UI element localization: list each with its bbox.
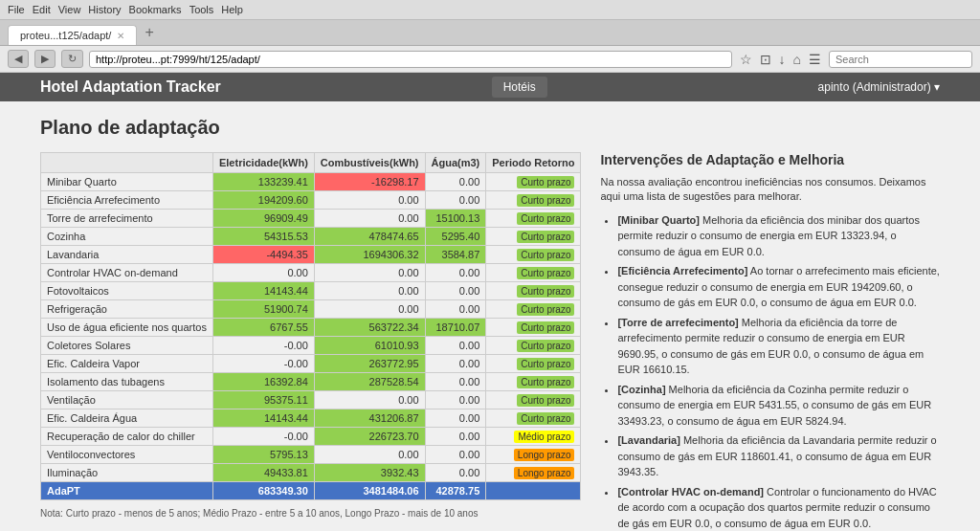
row-name: Ventiloconvectores xyxy=(41,446,213,464)
row-name: Controlar HVAC on-demand xyxy=(41,264,213,282)
row-elec: 5795.13 xyxy=(212,446,314,464)
browser-toolbar: ◀ ▶ ↻ ☆ ⊡ ↓ ⌂ ☰ xyxy=(0,46,980,73)
star-icon[interactable]: ☆ xyxy=(738,52,754,67)
row-elec: 6767.55 xyxy=(212,319,314,337)
row-periodo: Curto prazo xyxy=(486,191,581,210)
row-elec: 51900.74 xyxy=(212,300,314,319)
row-elec: 194209.60 xyxy=(212,191,314,210)
left-column: Eletricidade(kWh) Combustíveis(kWh) Água… xyxy=(40,152,581,531)
row-agua: 0.00 xyxy=(425,409,486,428)
row-comb: 431206.87 xyxy=(314,409,425,428)
col-agua: Água(m3) xyxy=(425,153,486,173)
tab-title: proteu...t125/adapt/ xyxy=(20,30,111,41)
browser-menu-help[interactable]: Help xyxy=(221,4,243,15)
row-periodo: Médio prazo xyxy=(486,428,581,446)
row-name: Recuperação de calor do chiller xyxy=(41,428,213,446)
row-elec: -4494.35 xyxy=(212,246,314,264)
bookmark-icon[interactable]: ⊡ xyxy=(758,52,773,67)
row-elec: 96909.49 xyxy=(212,210,314,228)
row-periodo: Curto prazo xyxy=(486,246,581,264)
row-periodo: Curto prazo xyxy=(486,264,581,282)
table-row: Fotovoltaicos14143.440.000.00Curto prazo xyxy=(41,282,581,300)
home-icon[interactable]: ⌂ xyxy=(791,52,803,67)
search-input[interactable] xyxy=(829,51,972,68)
row-agua: 0.00 xyxy=(425,300,486,319)
row-elec: -0.00 xyxy=(212,428,314,446)
reload-button[interactable]: ↻ xyxy=(61,50,83,68)
forward-button[interactable]: ▶ xyxy=(34,50,56,68)
browser-menu-edit[interactable]: Edit xyxy=(33,4,51,15)
row-elec: 54315.53 xyxy=(212,228,314,246)
browser-menu-file[interactable]: File xyxy=(8,4,25,15)
nav-links: Hotéis xyxy=(492,77,547,98)
table-nota: Nota: Curto prazo - menos de 5 anos; Méd… xyxy=(40,508,581,519)
row-elec: -0.00 xyxy=(212,355,314,373)
row-elec: 133239.41 xyxy=(212,173,314,191)
table-row: Cozinha54315.53478474.655295.40Curto pra… xyxy=(41,228,581,246)
table-row: Torre de arrefecimento96909.490.0015100.… xyxy=(41,210,581,228)
row-comb: 478474.65 xyxy=(314,228,425,246)
row-elec: -0.00 xyxy=(212,337,314,355)
row-agua: 0.00 xyxy=(425,264,486,282)
nav-hotels[interactable]: Hotéis xyxy=(492,77,547,98)
col-name xyxy=(41,153,213,173)
browser-menu-tools[interactable]: Tools xyxy=(189,4,214,15)
row-name: Eficiência Arrefecimento xyxy=(41,191,213,210)
browser-menu-history[interactable]: History xyxy=(88,4,121,15)
row-elec: 16392.84 xyxy=(212,373,314,391)
browser-menu-view[interactable]: View xyxy=(58,4,81,15)
row-agua: 0.00 xyxy=(425,373,486,391)
list-item: [Lavandaria] Melhoria da eficiência da L… xyxy=(617,432,940,480)
row-comb: 3932.43 xyxy=(314,464,425,482)
browser-tab[interactable]: proteu...t125/adapt/ ✕ xyxy=(8,25,137,45)
total-periodo xyxy=(486,482,581,500)
table-row: Eficiência Arrefecimento194209.600.000.0… xyxy=(41,191,581,210)
settings-icon[interactable]: ☰ xyxy=(807,52,823,67)
table-row: Lavandaria-4494.351694306.323584.87Curto… xyxy=(41,246,581,264)
col-elec: Eletricidade(kWh) xyxy=(212,153,314,173)
total-label: AdaPT xyxy=(41,482,213,500)
row-agua: 18710.07 xyxy=(425,319,486,337)
col-periodo: Periodo Retorno xyxy=(486,153,581,173)
table-row: Coletores Solares-0.0061010.930.00Curto … xyxy=(41,337,581,355)
row-name: Iluminação xyxy=(41,464,213,482)
page-title: Plano de adaptação xyxy=(40,117,940,139)
browser-menu-bookmarks[interactable]: Bookmarks xyxy=(129,4,182,15)
site-navigation: Hotel Adaptation Tracker Hotéis apinto (… xyxy=(0,73,980,101)
row-periodo: Curto prazo xyxy=(486,300,581,319)
url-bar[interactable] xyxy=(89,51,732,68)
row-periodo: Curto prazo xyxy=(486,319,581,337)
row-agua: 0.00 xyxy=(425,464,486,482)
row-periodo: Curto prazo xyxy=(486,391,581,409)
tab-close-button[interactable]: ✕ xyxy=(117,31,124,41)
row-periodo: Curto prazo xyxy=(486,173,581,191)
row-comb: -16298.17 xyxy=(314,173,425,191)
row-periodo: Curto prazo xyxy=(486,282,581,300)
row-name: Isolamento das tubagens xyxy=(41,373,213,391)
list-item: [Minibar Quarto] Melhoria da eficiência … xyxy=(617,212,940,260)
table-row: Ventiloconvectores5795.130.000.00Longo p… xyxy=(41,446,581,464)
row-agua: 0.00 xyxy=(425,355,486,373)
row-comb: 263772.95 xyxy=(314,355,425,373)
interventions-title: Intervenções de Adaptação e Melhoria xyxy=(600,152,940,167)
row-name: Refrigeração xyxy=(41,300,213,319)
row-periodo: Curto prazo xyxy=(486,337,581,355)
row-comb: 563722.34 xyxy=(314,319,425,337)
intro-text: Na nossa avaliação encontrou ineficiênci… xyxy=(600,175,940,205)
row-periodo: Curto prazo xyxy=(486,355,581,373)
row-comb: 226723.70 xyxy=(314,428,425,446)
row-name: Cozinha xyxy=(41,228,213,246)
table-row: Uso de água eficiente nos quartos6767.55… xyxy=(41,319,581,337)
new-tab-button[interactable]: + xyxy=(137,20,161,45)
row-agua: 0.00 xyxy=(425,282,486,300)
row-comb: 0.00 xyxy=(314,391,425,409)
row-comb: 0.00 xyxy=(314,210,425,228)
row-name: Torre de arrefecimento xyxy=(41,210,213,228)
row-comb: 61010.93 xyxy=(314,337,425,355)
table-row: Controlar HVAC on-demand0.000.000.00Curt… xyxy=(41,264,581,282)
row-comb: 0.00 xyxy=(314,191,425,210)
user-menu[interactable]: apinto (Administrador) ▾ xyxy=(818,80,940,94)
download-icon[interactable]: ↓ xyxy=(777,52,788,67)
row-comb: 0.00 xyxy=(314,282,425,300)
back-button[interactable]: ◀ xyxy=(8,50,29,68)
